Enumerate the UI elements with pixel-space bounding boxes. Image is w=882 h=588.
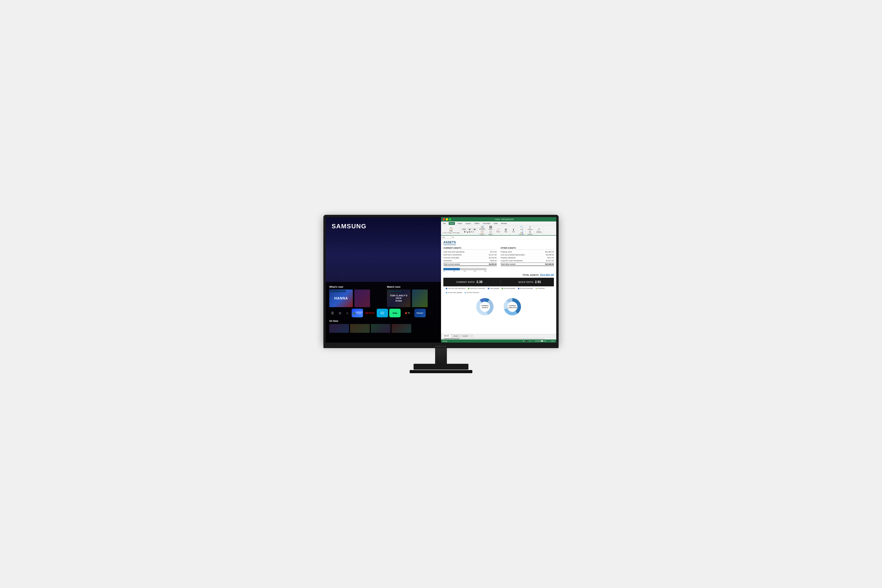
legend-accounts-pay-dot: [502, 288, 503, 289]
netflix-app[interactable]: NETFLIX: [364, 309, 375, 317]
minimize-button[interactable]: [446, 218, 448, 220]
line-icon: 📉: [520, 226, 524, 228]
font-color-button[interactable]: A: [473, 231, 474, 233]
font-family-select[interactable]: Arial: [462, 228, 471, 231]
apps-row: ☰ ⊙ ⌂ 📺 SAMSUNGTV Plus NETFLIX primevide…: [326, 307, 441, 319]
sheet-tab-2[interactable]: Sheet2: [451, 334, 460, 338]
menu-insert[interactable]: Insert: [457, 222, 463, 225]
total-assets-value: $14,562.00: [540, 273, 554, 276]
table-icon: ⊞: [505, 228, 507, 231]
menu-data[interactable]: Data: [493, 222, 498, 225]
legend-inventories-dot: [536, 288, 537, 289]
accounts-recv-label: Accounts receivable: [443, 257, 459, 259]
appletv-app[interactable]: 🍎 TV: [402, 309, 413, 317]
legend-income-tax: Income taxes payable: [446, 292, 462, 293]
border-button[interactable]: ⊞: [469, 231, 470, 233]
on-now-card-3[interactable]: [371, 324, 390, 333]
disney-plus-app[interactable]: Disney+: [414, 309, 426, 317]
underline-button[interactable]: U: [467, 231, 468, 233]
add-sheet-button[interactable]: +: [471, 334, 473, 338]
line-button[interactable]: 📉 Line: [519, 226, 524, 230]
function-button[interactable]: ƒ Function: [527, 226, 533, 230]
fill-color-button[interactable]: A: [471, 231, 472, 233]
jackryan-title: TOM CLANCY'SJACKRYAN: [390, 294, 407, 302]
excel-sheet-tabs: Sheet1 Sheet2 Sheet3 +: [441, 334, 556, 338]
view-layout-icon[interactable]: ⬛: [526, 340, 528, 342]
menu-icon[interactable]: ☰: [329, 310, 336, 316]
monitor-screen: SAMSUNG What's new AMAZON ORIGINAL HANNA: [326, 217, 556, 343]
progress-label-15k: 15k: [464, 270, 465, 272]
longterm-invest-value: $1,972.00: [546, 260, 554, 262]
view-page-icon[interactable]: ⊡: [530, 340, 531, 342]
autosum-button[interactable]: Σ AutoSum: [527, 231, 533, 235]
amazon-badge: AMAZON ORIGINAL: [330, 291, 345, 292]
scrollbar-track[interactable]: [442, 338, 544, 339]
progress-label-10k: 10k: [453, 270, 455, 272]
menu-tables[interactable]: Tables: [474, 222, 480, 225]
on-now-card-1[interactable]: [329, 324, 349, 333]
close-button[interactable]: [442, 218, 445, 220]
generic-card-1[interactable]: [354, 290, 370, 307]
font-size-select[interactable]: 11: [472, 228, 477, 231]
on-now-card-2[interactable]: [350, 324, 370, 333]
sheet-tab-3[interactable]: Sheet3: [460, 334, 470, 338]
excel-scrollbar[interactable]: [441, 338, 556, 339]
format-copy-button[interactable]: Form Copy: [453, 232, 459, 234]
legend-shortterm-dot: [468, 288, 470, 289]
legend-loans: Loans payable: [488, 288, 500, 289]
jackryan-card[interactable]: AMAZON ORIGINAL TOM CLANCY'SJACKRYAN: [387, 290, 410, 307]
menu-file[interactable]: File: [442, 222, 447, 225]
sheet-tab-1[interactable]: Sheet1: [442, 334, 451, 338]
maximize-button[interactable]: [449, 218, 451, 220]
charts-button[interactable]: 📈 Charts: [495, 228, 501, 232]
property-plant-value: $10,963.00: [545, 251, 554, 253]
search-icon[interactable]: ⊙: [337, 310, 343, 316]
zoom-out-button[interactable]: −: [532, 340, 533, 342]
menu-home[interactable]: Home: [448, 222, 455, 225]
legend-accrued-dot: [465, 292, 466, 293]
heat-button[interactable]: 🌡 Heat: [511, 228, 516, 232]
outcome-button[interactable]: 📊 Outcome: [518, 231, 525, 235]
formula-fx: fx: [452, 236, 454, 238]
scrollbar-thumb[interactable]: [444, 338, 459, 339]
amazon-badge-2: AMAZON ORIGINAL: [388, 291, 403, 292]
cut-button[interactable]: ✂ Cut: [442, 232, 446, 234]
menu-review[interactable]: Review: [500, 222, 508, 225]
view-normal-icon[interactable]: ⊞: [523, 340, 524, 342]
current-liabilities-donut-wrapper: CURRENTLIABILITIES: [502, 297, 522, 316]
whats-new-row: AMAZON ORIGINAL HANNA: [326, 290, 383, 307]
legend-loans-label: Loans payable: [490, 288, 500, 289]
heat-ribbon-label: Heat: [512, 231, 515, 232]
generic-card-2[interactable]: [412, 290, 428, 307]
samsung-tv-plus-app[interactable]: 📺 SAMSUNGTV Plus: [352, 309, 363, 317]
monitor-wrapper: SAMSUNG What's new AMAZON ORIGINAL HANNA: [323, 215, 559, 373]
quick-ratio-label: QUICK RATIO: [518, 281, 533, 283]
zoom-in-button[interactable]: +: [548, 340, 549, 342]
hulu-app[interactable]: hulu: [389, 309, 400, 317]
table-button[interactable]: ⊞ Table: [503, 228, 508, 232]
zoom-level: 100%: [551, 340, 555, 342]
cell-reference[interactable]: A1: [442, 236, 452, 239]
bold-button[interactable]: B: [464, 231, 465, 233]
italic-button[interactable]: I: [466, 231, 466, 233]
charts-ribbon-label: Charts: [496, 231, 500, 232]
paste-button[interactable]: 📋 Paste: [448, 227, 454, 232]
accum-depr-label: Less accumulated depreciation: [501, 254, 525, 256]
menu-layout[interactable]: Layout: [465, 222, 472, 225]
legend-accounts-recv: Accounts receivable: [518, 288, 533, 289]
other-assets-title: OTHER ASSETS: [501, 247, 554, 250]
on-now-card-4[interactable]: [392, 324, 411, 333]
copy-button[interactable]: ⎘ Copy: [447, 232, 452, 234]
prime-video-app[interactable]: primevideo: [377, 309, 388, 317]
expand-button[interactable]: ⤢ Expand /contraction: [536, 228, 542, 233]
total-current-label: Total current assets: [443, 263, 460, 265]
watch-next-row: AMAZON ORIGINAL TOM CLANCY'SJACKRYAN: [383, 290, 441, 307]
picture-button[interactable]: 🖼 Picture: [488, 226, 494, 230]
conditional-format-button[interactable]: 📊 ConditionalFormatting: [478, 225, 486, 230]
shapes-button[interactable]: ⬡ Shapes: [488, 231, 494, 235]
hanna-card[interactable]: AMAZON ORIGINAL HANNA: [329, 290, 353, 307]
format-table-button[interactable]: 📋 Format asTable: [479, 231, 485, 236]
menu-formulas[interactable]: Formulas: [482, 222, 491, 225]
on-now-title: On Now: [326, 319, 441, 323]
home-icon[interactable]: ⌂: [344, 310, 351, 316]
